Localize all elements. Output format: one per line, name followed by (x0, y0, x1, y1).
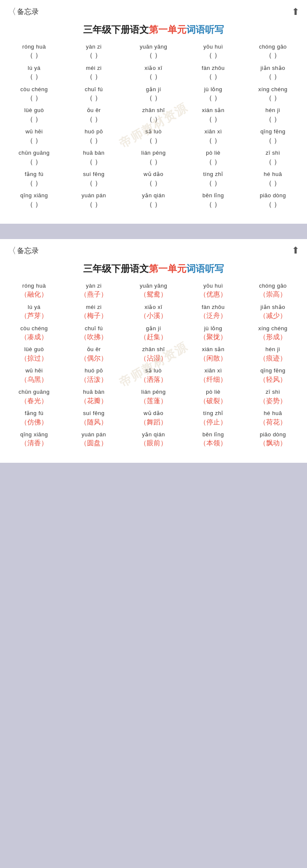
vocab-item-blank-4: chóng gāo（ ） (243, 41, 303, 62)
blank-10: （ ） (26, 93, 42, 103)
pinyin-answer-0: róng huà (22, 282, 46, 290)
back-button-1[interactable]: 〈 备忘录 (8, 6, 39, 17)
vocab-item-blank-26: huā bàn（ ） (64, 147, 124, 168)
pinyin-answer-30: fǎng fú (25, 409, 43, 418)
share-button-2[interactable]: ⬆ (292, 245, 299, 256)
vocab-item-blank-10: còu chéng（ ） (4, 84, 64, 105)
vocab-item-answer-20: wū hēi（乌黑） (4, 365, 64, 386)
pinyin-answer-12: gǎn jí (146, 324, 161, 333)
answer-9: （减少） (259, 311, 287, 320)
vocab-item-answer-17: zhān shī（沾湿） (124, 343, 183, 365)
page-title-2: 三年级下册语文第一单元词语听写 (0, 260, 307, 280)
answer-32: （舞蹈） (140, 418, 167, 427)
pinyin-2: yuān yāng (140, 43, 168, 51)
vocab-item-answer-25: chūn guāng（春光） (4, 386, 64, 407)
vocab-item-answer-39: piāo dòng（飘动） (243, 429, 303, 450)
blank-9: （ ） (265, 72, 281, 81)
vocab-item-answer-27: lián péng（莲蓬） (124, 386, 183, 407)
blank-2: （ ） (146, 51, 161, 60)
answer-12: （赶集） (140, 332, 167, 342)
answer-14: （形成） (259, 332, 287, 342)
vocab-item-answer-26: huā bàn（花瓣） (64, 386, 124, 407)
vocab-item-answer-4: chóng gāo（崇高） (243, 280, 303, 301)
blank-3: （ ） (206, 51, 221, 60)
answer-29: （姿势） (259, 396, 287, 406)
pinyin-answer-13: jù lǒng (204, 324, 223, 333)
vocab-item-answer-3: yōu huì（优惠） (183, 280, 243, 301)
vocab-item-answer-33: tíng zhǐ（停止） (183, 407, 243, 429)
vocab-item-blank-39: piāo dòng（ ） (243, 190, 303, 211)
blank-24: （ ） (265, 136, 281, 145)
answer-24: （轻风） (259, 375, 287, 384)
vocab-item-answer-32: wǔ dǎo（舞蹈） (124, 407, 183, 429)
pinyin-answer-26: huā bàn (83, 388, 105, 396)
pinyin-31: suí fēng (83, 170, 104, 179)
vocab-item-blank-5: lú yá（ ） (4, 62, 64, 84)
blank-23: （ ） (206, 136, 221, 145)
pinyin-answer-6: méi zi (86, 303, 102, 311)
blank-11: （ ） (86, 93, 101, 103)
vocab-item-answer-9: jiǎn shǎo（减少） (243, 301, 303, 323)
pinyin-answer-14: xíng chéng (258, 324, 288, 333)
page-title-1: 三年级下册语文第一单元词语听写 (0, 21, 307, 41)
title-part3-2: 词语听写 (186, 263, 224, 274)
pinyin-21: huó pō (85, 127, 103, 136)
share-button-1[interactable]: ⬆ (292, 6, 299, 17)
back-arrow-icon-1: 〈 (8, 6, 16, 17)
pinyin-38: běn lǐng (203, 191, 224, 200)
vocab-item-blank-18: xián sǎn（ ） (183, 104, 243, 126)
back-label-1: 备忘录 (17, 7, 39, 17)
answer-2: （鸳鸯） (140, 290, 167, 299)
answer-17: （沾湿） (140, 354, 167, 363)
nav-bar-1: 〈 备忘录 ⬆ (0, 0, 307, 21)
pinyin-answer-8: fàn zhōu (202, 303, 225, 311)
blank-0: （ ） (26, 51, 42, 60)
answer-13: （聚拢） (200, 332, 227, 342)
answer-34: （荷花） (259, 418, 287, 427)
vocab-item-answer-8: fàn zhōu（泛舟） (183, 301, 243, 323)
vocab-item-answer-38: běn lǐng（本领） (183, 429, 243, 450)
pinyin-5: lú yá (28, 64, 41, 72)
vocab-item-blank-12: gǎn jí（ ） (124, 84, 183, 105)
blank-37: （ ） (146, 200, 161, 209)
pinyin-9: jiǎn shǎo (261, 64, 285, 72)
blank-30: （ ） (26, 179, 42, 188)
vocab-item-blank-0: róng huà（ ） (4, 41, 64, 62)
pinyin-0: róng huà (22, 43, 46, 51)
blank-18: （ ） (206, 115, 221, 124)
pinyin-answer-25: chūn guāng (19, 388, 50, 396)
pinyin-answer-23: xiān xì (204, 366, 222, 375)
vocab-item-answer-7: xiǎo xī（小溪） (124, 301, 183, 323)
pinyin-1: yàn zi (86, 43, 102, 51)
vocab-item-blank-7: xiǎo xī（ ） (124, 62, 183, 84)
pinyin-answer-9: jiǎn shǎo (261, 303, 285, 311)
answer-25: （春光） (20, 396, 48, 406)
vocab-item-blank-11: chuī fú（ ） (64, 84, 124, 105)
vocab-item-blank-15: lüè guò（ ） (4, 104, 64, 126)
vocab-item-answer-34: hé huā（荷花） (243, 407, 303, 429)
vocab-item-answer-22: sǎ luò（洒落） (124, 365, 183, 386)
vocab-item-blank-19: hén jì（ ） (243, 104, 303, 126)
pinyin-8: fàn zhōu (202, 64, 225, 72)
pinyin-answer-19: hén jì (266, 345, 281, 354)
pinyin-3: yōu huì (203, 43, 223, 51)
pinyin-answer-27: lián péng (141, 388, 165, 396)
blank-1: （ ） (86, 51, 101, 60)
vocab-item-answer-28: pò liè（破裂） (183, 386, 243, 407)
pinyin-13: jù lǒng (204, 85, 223, 94)
answer-5: （芦芽） (20, 311, 48, 320)
vocab-item-blank-29: zī shì（ ） (243, 147, 303, 168)
vocab-item-answer-14: xíng chéng（形成） (243, 323, 303, 344)
pinyin-25: chūn guāng (19, 149, 50, 157)
title-part2-1: 第一单元 (149, 24, 186, 35)
vocab-item-blank-16: ǒu ěr（ ） (64, 104, 124, 126)
title-part2-2: 第一单元 (149, 263, 186, 274)
pinyin-15: lüè guò (24, 106, 44, 115)
vocab-item-blank-36: yuán pán（ ） (64, 190, 124, 211)
vocab-item-blank-6: méi zi（ ） (64, 62, 124, 84)
pinyin-35: qīng xiāng (20, 191, 48, 200)
blank-21: （ ） (86, 136, 101, 145)
blank-5: （ ） (26, 72, 42, 81)
pinyin-answer-34: hé huā (264, 409, 282, 418)
back-button-2[interactable]: 〈 备忘录 (8, 245, 39, 257)
